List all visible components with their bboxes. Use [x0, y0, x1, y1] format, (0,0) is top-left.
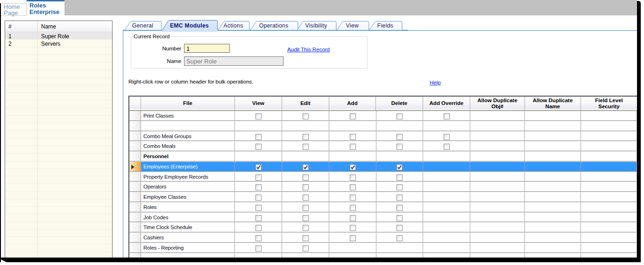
- svg-text:General: General: [132, 22, 153, 29]
- svg-text:EMC Modules: EMC Modules: [170, 22, 209, 29]
- svg-text:Actions: Actions: [223, 22, 243, 29]
- svg-text:Visibility: Visibility: [305, 22, 327, 29]
- svg-text:Fields: Fields: [377, 22, 393, 29]
- svg-text:View: View: [346, 22, 359, 29]
- svg-text:Operations: Operations: [259, 22, 289, 29]
